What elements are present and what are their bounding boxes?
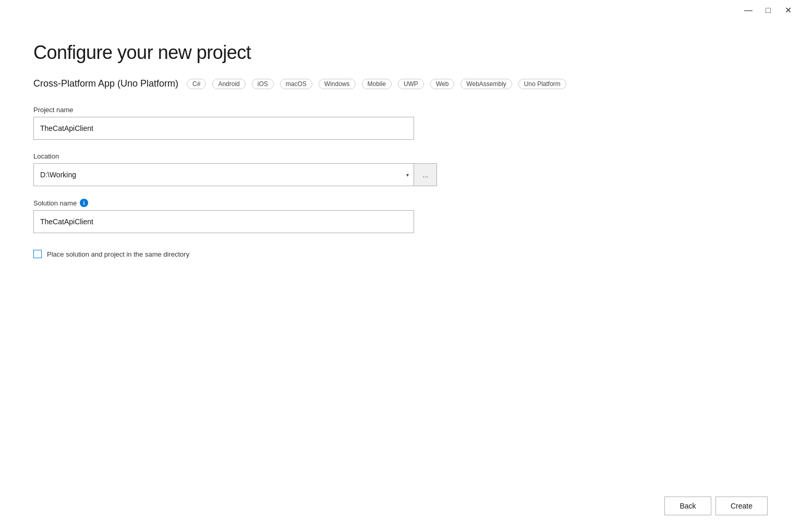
solution-name-section: Solution name i — [33, 199, 768, 233]
maximize-button[interactable]: □ — [763, 6, 773, 15]
main-window: — □ ✕ Configure your new project Cross-P… — [0, 0, 801, 532]
project-type-name: Cross-Platform App (Uno Platform) — [33, 78, 178, 89]
info-icon[interactable]: i — [80, 199, 88, 207]
close-button[interactable]: ✕ — [783, 6, 793, 15]
location-select-wrapper: D:\Working ▾ — [33, 163, 414, 186]
tag-uno-platform: Uno Platform — [518, 79, 566, 89]
tag-web: Web — [430, 79, 454, 89]
tag-csharp: C# — [187, 79, 206, 89]
back-button[interactable]: Back — [664, 497, 711, 515]
title-bar: — □ ✕ — [0, 0, 801, 21]
window-controls: — □ ✕ — [744, 6, 793, 15]
main-content: Configure your new project Cross-Platfor… — [0, 21, 801, 532]
browse-button[interactable]: ... — [414, 163, 437, 186]
same-dir-row: Place solution and project in the same d… — [33, 250, 768, 258]
tag-uwp: UWP — [398, 79, 424, 89]
location-label: Location — [33, 152, 768, 160]
tag-macos: macOS — [280, 79, 312, 89]
tag-windows: Windows — [319, 79, 356, 89]
page-title: Configure your new project — [33, 42, 768, 64]
project-name-label: Project name — [33, 106, 768, 114]
tag-mobile: Mobile — [362, 79, 392, 89]
tag-ios: iOS — [252, 79, 274, 89]
location-section: Location D:\Working ▾ ... — [33, 152, 768, 186]
tag-webassembly: WebAssembly — [460, 79, 512, 89]
project-name-input[interactable] — [33, 117, 414, 140]
same-dir-label: Place solution and project in the same d… — [47, 250, 189, 258]
footer-buttons: Back Create — [664, 497, 768, 515]
tag-android: Android — [212, 79, 245, 89]
minimize-button[interactable]: — — [744, 6, 753, 15]
project-type-row: Cross-Platform App (Uno Platform) C# And… — [33, 78, 768, 89]
solution-name-input[interactable] — [33, 210, 414, 233]
create-button[interactable]: Create — [715, 497, 768, 515]
same-dir-checkbox[interactable] — [33, 250, 42, 258]
location-row: D:\Working ▾ ... — [33, 163, 768, 186]
project-name-section: Project name — [33, 106, 768, 140]
solution-name-label: Solution name i — [33, 199, 768, 207]
location-select[interactable]: D:\Working — [33, 163, 414, 186]
